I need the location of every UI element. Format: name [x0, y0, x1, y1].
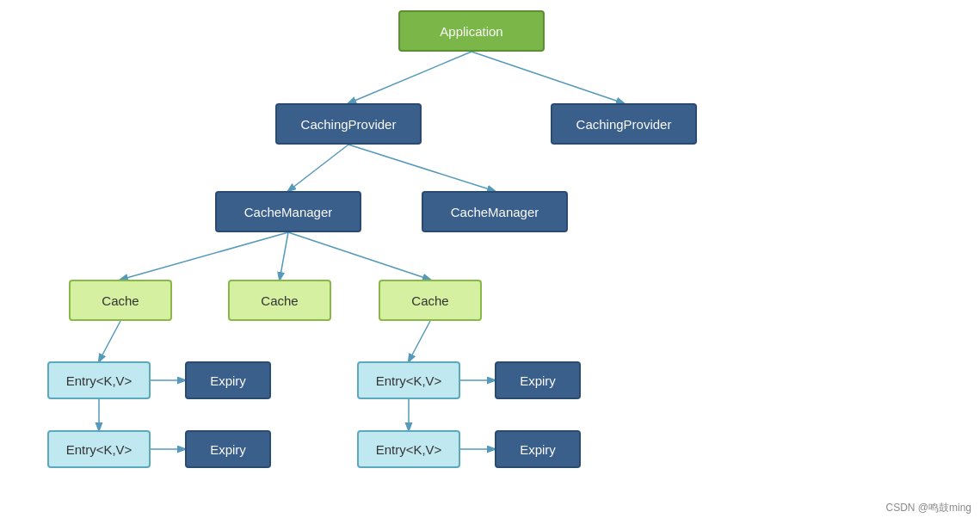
svg-line-11 — [409, 321, 430, 361]
node-entry-1-1: Entry<K,V> — [47, 361, 151, 399]
svg-line-7 — [99, 321, 120, 361]
svg-line-2 — [288, 145, 348, 191]
svg-line-1 — [472, 52, 624, 103]
node-cache-manager-1: CacheManager — [215, 191, 361, 232]
svg-line-6 — [288, 232, 430, 280]
node-expiry-1-2: Expiry — [185, 430, 271, 468]
svg-line-0 — [348, 52, 472, 103]
node-cache-3: Cache — [379, 280, 482, 321]
svg-line-4 — [120, 232, 288, 280]
diagram: Application CachingProvider CachingProvi… — [0, 0, 980, 524]
node-application: Application — [398, 10, 545, 52]
node-entry-3-1: Entry<K,V> — [357, 361, 460, 399]
svg-line-5 — [280, 232, 288, 280]
watermark: CSDN @鸣鼓ming — [885, 501, 971, 515]
node-cache-2: Cache — [228, 280, 331, 321]
node-cache-manager-2: CacheManager — [422, 191, 568, 232]
node-caching-provider-1: CachingProvider — [275, 103, 422, 145]
node-cache-1: Cache — [69, 280, 172, 321]
node-entry-3-2: Entry<K,V> — [357, 430, 460, 468]
node-expiry-1-1: Expiry — [185, 361, 271, 399]
node-entry-1-2: Entry<K,V> — [47, 430, 151, 468]
node-caching-provider-2: CachingProvider — [551, 103, 697, 145]
node-expiry-3-1: Expiry — [495, 361, 581, 399]
svg-line-3 — [348, 145, 495, 191]
node-expiry-3-2: Expiry — [495, 430, 581, 468]
